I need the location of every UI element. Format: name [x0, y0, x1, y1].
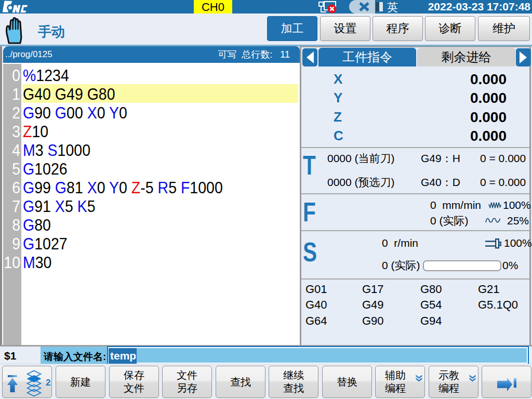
- svg-text:2: 2: [46, 378, 50, 388]
